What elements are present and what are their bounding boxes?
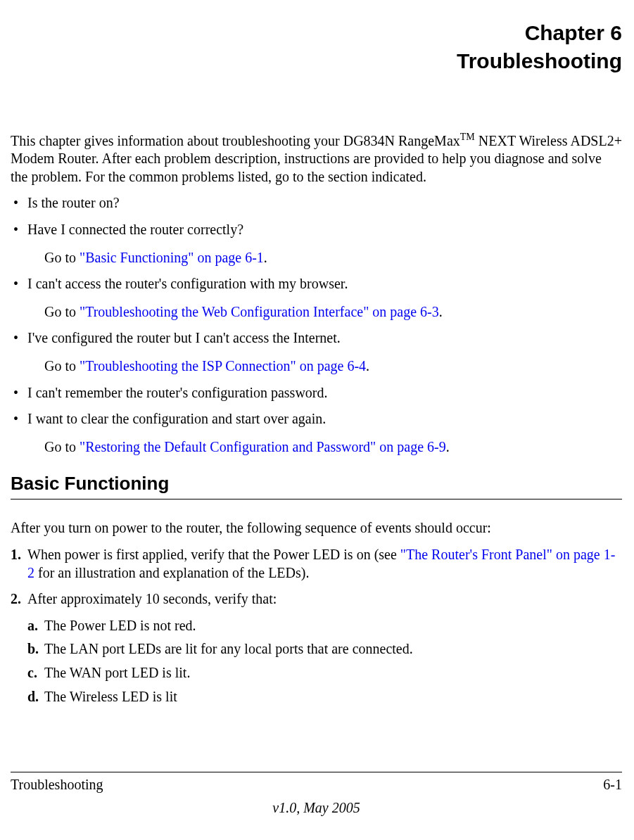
substep-marker: d. bbox=[27, 688, 44, 706]
substep-list: a. The Power LED is not red. b. The LAN … bbox=[27, 617, 622, 706]
goto-suffix: . bbox=[264, 250, 267, 265]
section-heading-basic-functioning: Basic Functioning bbox=[11, 473, 622, 495]
substep-marker: b. bbox=[27, 640, 44, 658]
problem-list-4: I can't remember the router's configurat… bbox=[11, 384, 622, 428]
goto-restore-default: Go to "Restoring the Default Configurati… bbox=[44, 438, 622, 457]
substep-text: The Power LED is not red. bbox=[44, 617, 196, 635]
goto-basic-functioning: Go to "Basic Functioning" on page 6-1. bbox=[44, 249, 622, 267]
link-isp-connection[interactable]: "Troubleshooting the ISP Connection" on … bbox=[80, 358, 366, 374]
footer-row: Troubleshooting 6-1 bbox=[11, 777, 622, 793]
link-basic-functioning[interactable]: "Basic Functioning" on page 6-1 bbox=[80, 250, 264, 265]
footer-version: v1.0, May 2005 bbox=[11, 800, 622, 816]
substep-d: d. The Wireless LED is lit bbox=[27, 688, 622, 706]
goto-isp-connection: Go to "Troubleshooting the ISP Connectio… bbox=[44, 357, 622, 376]
bullet-cant-access-config: I can't access the router's configuratio… bbox=[11, 275, 622, 293]
chapter-header: Chapter 6 Troubleshooting bbox=[11, 21, 622, 73]
step-content: After approximately 10 seconds, verify t… bbox=[27, 590, 277, 609]
footer-left: Troubleshooting bbox=[11, 777, 103, 793]
chapter-number: Chapter 6 bbox=[11, 21, 622, 45]
bullet-forgot-password: I can't remember the router's configurat… bbox=[11, 384, 622, 402]
problem-list-1: Is the router on? Have I connected the r… bbox=[11, 194, 622, 238]
substep-marker: c. bbox=[27, 664, 44, 682]
step-content: When power is first applied, verify that… bbox=[27, 546, 622, 582]
goto-suffix: . bbox=[446, 439, 450, 454]
goto-suffix: . bbox=[439, 304, 443, 319]
footer-rule bbox=[11, 772, 622, 772]
intro-text-before: This chapter gives information about tro… bbox=[11, 133, 460, 148]
substep-text: The WAN port LED is lit. bbox=[44, 664, 190, 682]
page-footer: Troubleshooting 6-1 v1.0, May 2005 bbox=[11, 772, 622, 816]
substep-marker: a. bbox=[27, 617, 44, 635]
trademark-symbol: TM bbox=[460, 132, 475, 142]
problem-list-3: I've configured the router but I can't a… bbox=[11, 329, 622, 348]
intro-paragraph: This chapter gives information about tro… bbox=[11, 131, 622, 186]
link-restore-default[interactable]: "Restoring the Default Configuration and… bbox=[80, 439, 446, 454]
substep-text: The Wireless LED is lit bbox=[44, 688, 177, 706]
goto-prefix: Go to bbox=[44, 304, 80, 319]
step-text-before: When power is first applied, verify that… bbox=[27, 547, 400, 562]
step-1: 1. When power is first applied, verify t… bbox=[11, 546, 622, 582]
goto-prefix: Go to bbox=[44, 250, 80, 265]
link-web-config[interactable]: "Troubleshooting the Web Configuration I… bbox=[80, 304, 439, 319]
substep-c: c. The WAN port LED is lit. bbox=[27, 664, 622, 682]
chapter-title: Troubleshooting bbox=[11, 49, 622, 73]
goto-web-config: Go to "Troubleshooting the Web Configura… bbox=[44, 303, 622, 322]
numbered-steps: 1. When power is first applied, verify t… bbox=[11, 546, 622, 609]
step-marker: 2. bbox=[11, 590, 27, 609]
footer-right: 6-1 bbox=[603, 777, 622, 793]
substep-text: The LAN port LEDs are lit for any local … bbox=[44, 640, 413, 658]
goto-prefix: Go to bbox=[44, 439, 80, 454]
substep-a: a. The Power LED is not red. bbox=[27, 617, 622, 635]
goto-suffix: . bbox=[366, 358, 369, 374]
bullet-connected-correctly: Have I connected the router correctly? bbox=[11, 221, 622, 239]
problem-list-2: I can't access the router's configuratio… bbox=[11, 275, 622, 293]
step-marker: 1. bbox=[11, 546, 27, 582]
bullet-clear-config: I want to clear the configuration and st… bbox=[11, 410, 622, 428]
section-rule bbox=[11, 499, 622, 499]
step-text-after: for an illustration and explanation of t… bbox=[34, 565, 309, 580]
bullet-cant-access-internet: I've configured the router but I can't a… bbox=[11, 329, 622, 348]
substep-b: b. The LAN port LEDs are lit for any loc… bbox=[27, 640, 622, 658]
section-intro: After you turn on power to the router, t… bbox=[11, 519, 622, 537]
step-2: 2. After approximately 10 seconds, verif… bbox=[11, 590, 622, 609]
goto-prefix: Go to bbox=[44, 358, 80, 374]
bullet-router-on: Is the router on? bbox=[11, 194, 622, 212]
